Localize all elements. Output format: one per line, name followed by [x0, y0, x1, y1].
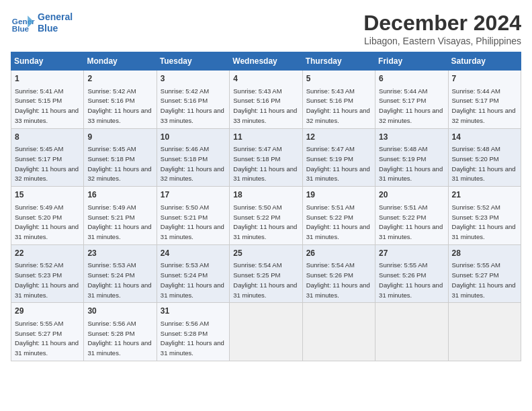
day-info: Sunrise: 5:42 AMSunset: 5:16 PMDaylight:… [161, 87, 224, 124]
day-info: Sunrise: 5:47 AMSunset: 5:19 PMDaylight:… [306, 145, 370, 182]
calendar-cell: 21Sunrise: 5:52 AMSunset: 5:23 PMDayligh… [448, 187, 521, 245]
svg-text:Blue: Blue [12, 24, 30, 33]
calendar-cell: 24Sunrise: 5:53 AMSunset: 5:24 PMDayligh… [157, 244, 229, 303]
day-number: 16 [87, 189, 152, 201]
day-info: Sunrise: 5:50 AMSunset: 5:22 PMDaylight:… [233, 203, 297, 240]
day-number: 6 [379, 73, 444, 85]
day-number: 28 [452, 248, 517, 259]
calendar-cell: 6Sunrise: 5:44 AMSunset: 5:17 PMDaylight… [375, 71, 448, 129]
day-info: Sunrise: 5:50 AMSunset: 5:21 PMDaylight:… [161, 203, 224, 240]
day-number: 11 [233, 132, 298, 143]
day-info: Sunrise: 5:55 AMSunset: 5:26 PMDaylight:… [379, 261, 443, 298]
day-number: 7 [452, 73, 517, 85]
col-header-monday: Monday [84, 52, 157, 71]
calendar-cell: 31Sunrise: 5:56 AMSunset: 5:28 PMDayligh… [157, 303, 229, 361]
day-number: 30 [87, 306, 152, 317]
day-info: Sunrise: 5:45 AMSunset: 5:18 PMDaylight:… [87, 145, 151, 182]
day-number: 15 [15, 189, 80, 201]
calendar-week-row: 22Sunrise: 5:52 AMSunset: 5:23 PMDayligh… [11, 244, 521, 303]
calendar-cell [230, 303, 302, 361]
col-header-sunday: Sunday [11, 52, 84, 71]
calendar-cell: 12Sunrise: 5:47 AMSunset: 5:19 PMDayligh… [302, 128, 375, 187]
col-header-friday: Friday [375, 52, 448, 71]
calendar-cell: 16Sunrise: 5:49 AMSunset: 5:21 PMDayligh… [84, 187, 157, 245]
day-info: Sunrise: 5:55 AMSunset: 5:27 PMDaylight:… [452, 261, 516, 298]
calendar-cell: 22Sunrise: 5:52 AMSunset: 5:23 PMDayligh… [11, 244, 84, 303]
day-number: 23 [87, 248, 152, 259]
day-number: 27 [379, 248, 444, 259]
day-number: 12 [306, 132, 371, 143]
day-info: Sunrise: 5:44 AMSunset: 5:17 PMDaylight:… [379, 87, 443, 124]
calendar-cell: 3Sunrise: 5:42 AMSunset: 5:16 PMDaylight… [157, 71, 229, 129]
calendar-cell: 9Sunrise: 5:45 AMSunset: 5:18 PMDaylight… [84, 128, 157, 187]
calendar-cell [448, 303, 521, 361]
calendar-cell: 29Sunrise: 5:55 AMSunset: 5:27 PMDayligh… [11, 303, 84, 361]
day-info: Sunrise: 5:48 AMSunset: 5:20 PMDaylight:… [452, 145, 516, 182]
day-number: 26 [306, 248, 371, 259]
calendar-cell: 7Sunrise: 5:44 AMSunset: 5:17 PMDaylight… [448, 71, 521, 129]
calendar-cell: 26Sunrise: 5:54 AMSunset: 5:26 PMDayligh… [302, 244, 375, 303]
calendar-cell: 19Sunrise: 5:51 AMSunset: 5:22 PMDayligh… [302, 187, 375, 245]
day-info: Sunrise: 5:52 AMSunset: 5:23 PMDaylight:… [452, 203, 516, 240]
day-info: Sunrise: 5:56 AMSunset: 5:28 PMDaylight:… [161, 320, 224, 357]
day-number: 25 [233, 248, 298, 259]
day-number: 9 [87, 132, 152, 143]
calendar-cell: 18Sunrise: 5:50 AMSunset: 5:22 PMDayligh… [230, 187, 302, 245]
calendar-cell: 4Sunrise: 5:43 AMSunset: 5:16 PMDaylight… [230, 71, 302, 129]
calendar-week-row: 15Sunrise: 5:49 AMSunset: 5:20 PMDayligh… [11, 187, 521, 245]
location-subtitle: Libagon, Eastern Visayas, Philippines [363, 36, 521, 46]
day-info: Sunrise: 5:45 AMSunset: 5:17 PMDaylight:… [15, 145, 79, 182]
day-number: 4 [233, 73, 298, 85]
calendar-cell: 17Sunrise: 5:50 AMSunset: 5:21 PMDayligh… [157, 187, 229, 245]
day-info: Sunrise: 5:41 AMSunset: 5:15 PMDaylight:… [15, 87, 79, 124]
day-info: Sunrise: 5:44 AMSunset: 5:17 PMDaylight:… [452, 87, 516, 124]
calendar-cell: 15Sunrise: 5:49 AMSunset: 5:20 PMDayligh… [11, 187, 84, 245]
calendar-cell: 10Sunrise: 5:46 AMSunset: 5:18 PMDayligh… [157, 128, 229, 187]
day-number: 14 [452, 132, 517, 143]
day-number: 10 [161, 132, 226, 143]
calendar-cell: 30Sunrise: 5:56 AMSunset: 5:28 PMDayligh… [84, 303, 157, 361]
day-info: Sunrise: 5:52 AMSunset: 5:23 PMDaylight:… [15, 261, 79, 298]
day-info: Sunrise: 5:54 AMSunset: 5:25 PMDaylight:… [233, 261, 297, 298]
day-info: Sunrise: 5:55 AMSunset: 5:27 PMDaylight:… [15, 320, 79, 357]
day-number: 20 [379, 189, 444, 201]
day-info: Sunrise: 5:53 AMSunset: 5:24 PMDaylight:… [161, 261, 224, 298]
calendar-week-row: 1Sunrise: 5:41 AMSunset: 5:15 PMDaylight… [11, 71, 521, 129]
day-info: Sunrise: 5:54 AMSunset: 5:26 PMDaylight:… [306, 261, 370, 298]
calendar-cell: 25Sunrise: 5:54 AMSunset: 5:25 PMDayligh… [230, 244, 302, 303]
day-info: Sunrise: 5:49 AMSunset: 5:21 PMDaylight:… [87, 203, 151, 240]
day-number: 19 [306, 189, 371, 201]
day-number: 18 [233, 189, 298, 201]
day-info: Sunrise: 5:42 AMSunset: 5:16 PMDaylight:… [87, 87, 151, 124]
logo-line2: Blue [38, 23, 73, 34]
calendar-cell [302, 303, 375, 361]
logo-icon: General Blue [11, 11, 35, 35]
page-header: General Blue General Blue December 2024 … [11, 11, 521, 46]
logo: General Blue General Blue [11, 11, 73, 35]
day-info: Sunrise: 5:48 AMSunset: 5:19 PMDaylight:… [379, 145, 443, 182]
calendar-cell [375, 303, 448, 361]
day-number: 5 [306, 73, 371, 85]
calendar-cell: 20Sunrise: 5:51 AMSunset: 5:22 PMDayligh… [375, 187, 448, 245]
calendar-cell: 8Sunrise: 5:45 AMSunset: 5:17 PMDaylight… [11, 128, 84, 187]
calendar-cell: 23Sunrise: 5:53 AMSunset: 5:24 PMDayligh… [84, 244, 157, 303]
col-header-tuesday: Tuesday [157, 52, 229, 71]
day-number: 17 [161, 189, 226, 201]
day-info: Sunrise: 5:53 AMSunset: 5:24 PMDaylight:… [87, 261, 151, 298]
day-number: 3 [161, 73, 226, 85]
day-number: 1 [15, 73, 80, 85]
day-info: Sunrise: 5:49 AMSunset: 5:20 PMDaylight:… [15, 203, 79, 240]
calendar-cell: 1Sunrise: 5:41 AMSunset: 5:15 PMDaylight… [11, 71, 84, 129]
col-header-saturday: Saturday [448, 52, 521, 71]
col-header-thursday: Thursday [302, 52, 375, 71]
calendar-table: SundayMondayTuesdayWednesdayThursdayFrid… [11, 52, 521, 361]
logo-line1: General [38, 11, 73, 23]
col-header-wednesday: Wednesday [230, 52, 302, 71]
calendar-cell: 27Sunrise: 5:55 AMSunset: 5:26 PMDayligh… [375, 244, 448, 303]
day-number: 21 [452, 189, 517, 201]
day-info: Sunrise: 5:51 AMSunset: 5:22 PMDaylight:… [306, 203, 370, 240]
calendar-header-row: SundayMondayTuesdayWednesdayThursdayFrid… [11, 52, 521, 71]
day-number: 24 [161, 248, 226, 259]
title-area: December 2024 Libagon, Eastern Visayas, … [363, 11, 521, 46]
calendar-week-row: 8Sunrise: 5:45 AMSunset: 5:17 PMDaylight… [11, 128, 521, 187]
